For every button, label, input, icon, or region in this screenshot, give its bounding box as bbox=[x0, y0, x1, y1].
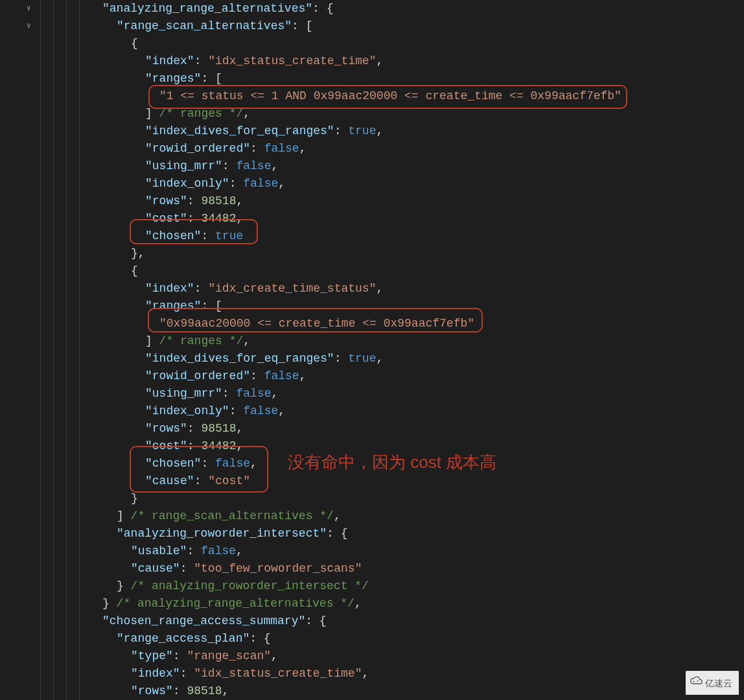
code-line[interactable]: "analyzing_roworder_intersect": { bbox=[88, 525, 744, 542]
code-line[interactable]: "index": "idx_status_create_time", bbox=[88, 665, 744, 682]
token-num: 34482 bbox=[201, 212, 236, 225]
code-line[interactable]: "index_only": false, bbox=[88, 175, 744, 192]
token-punc: ] bbox=[117, 509, 131, 522]
code-line[interactable]: "ranges": [ bbox=[88, 298, 744, 315]
fold-marker[interactable]: ∨ bbox=[27, 0, 31, 18]
code-line[interactable]: { bbox=[88, 262, 744, 280]
fold-marker bbox=[27, 525, 31, 542]
token-bool: true bbox=[348, 124, 376, 137]
token-punc: , bbox=[236, 439, 243, 452]
code-line[interactable]: "type": "range_scan", bbox=[88, 648, 744, 665]
fold-marker bbox=[27, 648, 31, 665]
fold-marker bbox=[27, 472, 31, 490]
token-punc: , bbox=[376, 54, 383, 67]
token-key: "index_only" bbox=[145, 404, 229, 417]
token-punc: : bbox=[187, 544, 201, 557]
code-content[interactable]: "analyzing_range_alternatives": {"range_… bbox=[88, 0, 744, 700]
code-line[interactable]: "chosen_range_access_summary": { bbox=[88, 612, 744, 630]
code-line[interactable]: "using_mrr": false, bbox=[88, 158, 744, 175]
code-line[interactable]: "chosen": true bbox=[88, 228, 744, 245]
token-key: "cost" bbox=[145, 439, 187, 452]
code-line[interactable]: "index_dives_for_eq_ranges": true, bbox=[88, 122, 744, 140]
token-punc: , bbox=[243, 107, 250, 120]
code-line[interactable]: ] /* ranges */, bbox=[88, 332, 744, 350]
token-punc: , bbox=[299, 369, 307, 382]
code-line[interactable]: "cause": "too_few_roworder_scans" bbox=[88, 560, 744, 578]
code-line[interactable]: "rows": 98518, bbox=[88, 682, 744, 700]
chevron-down-icon[interactable]: ∨ bbox=[27, 0, 31, 18]
token-key: "index_dives_for_eq_ranges" bbox=[145, 124, 334, 137]
token-str: "idx_create_time_status" bbox=[208, 282, 376, 295]
token-punc: : bbox=[187, 194, 202, 207]
fold-marker bbox=[27, 105, 31, 122]
code-line[interactable]: } /* analyzing_range_alternatives */, bbox=[88, 595, 744, 612]
code-line[interactable]: "index": "idx_create_time_status", bbox=[88, 280, 744, 298]
token-num: 98518 bbox=[187, 684, 222, 697]
code-line[interactable]: "range_scan_alternatives": [ bbox=[88, 18, 744, 35]
token-punc: : [ bbox=[292, 19, 312, 32]
token-punc: } bbox=[131, 492, 138, 505]
code-line[interactable]: }, bbox=[88, 245, 744, 262]
token-bool: false bbox=[264, 369, 299, 382]
token-key: "index" bbox=[145, 282, 194, 295]
fold-marker bbox=[27, 52, 31, 70]
token-key: "range_access_plan" bbox=[117, 632, 250, 645]
fold-marker bbox=[27, 262, 31, 280]
fold-marker bbox=[27, 630, 31, 648]
token-punc: , bbox=[250, 457, 257, 470]
code-line[interactable]: } /* analyzing_roworder_intersect */ bbox=[88, 578, 744, 595]
fold-marker bbox=[27, 88, 31, 105]
token-punc: , bbox=[376, 352, 383, 365]
token-punc: : bbox=[187, 439, 202, 452]
code-line[interactable]: "cost": 34482, bbox=[88, 210, 744, 228]
code-line[interactable]: "rowid_ordered": false, bbox=[88, 140, 744, 158]
code-line[interactable]: "rows": 98518, bbox=[88, 192, 744, 210]
token-bool: false bbox=[236, 159, 271, 172]
token-bool: false bbox=[243, 177, 278, 190]
code-editor[interactable]: ∨∨ "analyzing_range_alternatives": {"ran… bbox=[0, 0, 744, 700]
fold-gutter[interactable]: ∨∨ bbox=[0, 0, 38, 700]
token-punc: : bbox=[312, 2, 327, 15]
code-line[interactable]: "ranges": [ bbox=[88, 70, 744, 88]
code-line[interactable]: "1 <= status <= 1 AND 0x99aac20000 <= cr… bbox=[88, 88, 744, 105]
token-punc: : { bbox=[250, 632, 270, 645]
code-line[interactable]: "using_mrr": false, bbox=[88, 385, 744, 402]
token-punc: : bbox=[222, 387, 237, 400]
token-str: "idx_status_create_time" bbox=[194, 667, 362, 680]
token-punc: } bbox=[102, 597, 117, 610]
token-punc: , bbox=[376, 282, 383, 295]
token-punc: : bbox=[187, 212, 202, 225]
code-line[interactable]: "analyzing_range_alternatives": { bbox=[88, 0, 744, 18]
token-num: 34482 bbox=[201, 439, 236, 452]
code-line[interactable]: "range_access_plan": { bbox=[88, 630, 744, 648]
code-line[interactable]: "cause": "cost" bbox=[88, 472, 744, 490]
code-line[interactable]: "index_dives_for_eq_ranges": true, bbox=[88, 350, 744, 368]
token-punc: : bbox=[201, 229, 215, 242]
token-key: "index" bbox=[131, 667, 180, 680]
code-line[interactable]: "index_only": false, bbox=[88, 402, 744, 420]
token-key: "index" bbox=[145, 54, 194, 67]
code-line[interactable]: } bbox=[88, 490, 744, 508]
code-line[interactable]: "rowid_ordered": false, bbox=[88, 368, 744, 385]
code-line[interactable]: { bbox=[88, 35, 744, 52]
chevron-down-icon[interactable]: ∨ bbox=[27, 18, 31, 35]
token-punc: , bbox=[299, 142, 307, 155]
fold-marker[interactable]: ∨ bbox=[27, 18, 31, 35]
token-punc: : bbox=[180, 562, 194, 575]
token-key: "range_scan_alternatives" bbox=[117, 19, 292, 32]
code-line[interactable]: "index": "idx_status_create_time", bbox=[88, 52, 744, 70]
fold-marker bbox=[27, 35, 31, 52]
code-line[interactable]: ] /* ranges */, bbox=[88, 105, 744, 122]
fold-marker bbox=[27, 595, 31, 612]
token-num: 98518 bbox=[201, 194, 236, 207]
code-line[interactable]: "rows": 98518, bbox=[88, 420, 744, 438]
code-line[interactable]: "usable": false, bbox=[88, 542, 744, 560]
token-punc: , bbox=[271, 387, 278, 400]
code-line[interactable]: "0x99aac20000 <= create_time <= 0x99aacf… bbox=[88, 315, 744, 332]
token-punc: , bbox=[236, 544, 243, 557]
fold-marker bbox=[27, 280, 31, 298]
token-key: "index_dives_for_eq_ranges" bbox=[145, 352, 334, 365]
fold-marker bbox=[27, 245, 31, 262]
token-key: "ranges" bbox=[145, 299, 201, 312]
code-line[interactable]: ] /* range_scan_alternatives */, bbox=[88, 508, 744, 525]
